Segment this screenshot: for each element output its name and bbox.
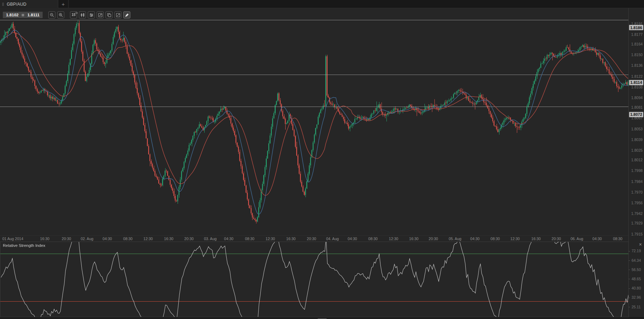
time-axis-label: 12:30 — [144, 237, 153, 241]
time-axis-label: 20:30 — [307, 237, 316, 241]
price-axis-label: 1.7956 — [631, 201, 643, 205]
candlestick-chart-icon — [80, 13, 85, 17]
tab-title: GBP/AUD — [7, 2, 26, 7]
rsi-axis-tickmark — [629, 279, 630, 279]
trading-app-window: GBP/AUD + 1.8102 1.8111 — [0, 0, 644, 319]
price-axis-label: 1.8094 — [631, 96, 643, 100]
time-axis-label: 04:30 — [224, 237, 233, 241]
price-axis-label: 1.8150 — [631, 53, 643, 57]
edit-annotations-button[interactable] — [114, 11, 121, 18]
price-level-badge: 1.8114 — [629, 80, 643, 85]
price-axis-label: 1.7970 — [631, 190, 643, 194]
rsi-axis-label: 32.96 — [632, 295, 641, 299]
time-axis-label: 16:30 — [286, 237, 296, 241]
rsi-axis-tickmark — [629, 251, 630, 252]
time-axis-label: 06. Aug — [570, 237, 583, 241]
price-axis-label: 1.8108 — [631, 85, 643, 89]
zoom-in-icon — [59, 13, 63, 17]
rsi-axis-tickmark — [629, 260, 630, 261]
price-axis-label: 1.8039 — [631, 137, 643, 142]
copy-icon — [107, 13, 112, 17]
tab-bar-empty-space — [69, 0, 644, 8]
price-axis-label: 1.7929 — [631, 221, 643, 225]
rsi-title: Relative Strength Index — [3, 243, 45, 248]
time-axis-label: 12:30 — [266, 237, 275, 241]
timeframe-button[interactable]: 15 — [70, 11, 77, 18]
timeframe-label: 15 — [72, 13, 76, 17]
price-level-badge: 1.8186 — [629, 25, 643, 30]
time-axis-label: 04:30 — [348, 237, 357, 241]
new-tab-button[interactable]: + — [58, 0, 69, 8]
bid-ask-display: 1.8102 1.8111 — [3, 12, 43, 18]
time-axis-label: 08:30 — [368, 237, 378, 241]
price-axis-label: 1.8122 — [631, 74, 643, 79]
price-axis-label: 1.7942 — [631, 211, 643, 216]
chart-mode-button[interactable] — [97, 11, 104, 18]
indicators-button[interactable] — [88, 11, 95, 18]
rsi-axis-label: 48.65 — [632, 277, 641, 281]
ask-price: 1.8111 — [27, 13, 39, 17]
time-axis-label: 20:30 — [429, 237, 438, 241]
price-axis-label: 1.7984 — [631, 179, 643, 184]
edit-pencil-icon — [116, 13, 120, 17]
time-axis-label: 01 Aug 2014 — [2, 237, 23, 241]
time-axis-label: 05. Aug — [449, 237, 461, 241]
time-axis-label: 08:30 — [613, 237, 622, 241]
price-axis[interactable]: 1.81911.81771.81641.81501.81361.81221.81… — [628, 8, 644, 242]
chart-window-arrow-icon — [98, 13, 103, 17]
time-axis[interactable]: 01 Aug 201416:3020:3002. Aug04:3008:3012… — [0, 236, 629, 242]
time-axis-label: 04:30 — [592, 237, 602, 241]
time-axis-label: 04:30 — [470, 237, 480, 241]
draw-marker-button[interactable] — [123, 11, 130, 18]
time-axis-label: 16:30 — [409, 237, 418, 241]
copy-chart-button[interactable] — [105, 11, 113, 18]
time-axis-label: 20:30 — [552, 237, 561, 241]
spread-separator-icon — [22, 14, 24, 16]
time-axis-label: 16:30 — [531, 237, 541, 241]
bid-price: 1.8102 — [6, 13, 18, 17]
rsi-axis-label: 56.50 — [632, 267, 641, 272]
rsi-axis-tickmark — [629, 288, 630, 289]
price-axis-label: 1.8177 — [631, 32, 643, 37]
rsi-value-axis[interactable]: × 72.1964.3456.5048.6540.8032.9625.11 — [629, 242, 644, 317]
time-axis-label: 08:30 — [491, 237, 500, 241]
time-axis-label: 12:30 — [510, 237, 520, 241]
tab-drag-handle-icon[interactable] — [2, 2, 4, 6]
main-chart-region: 1.8102 1.8111 15 — [0, 8, 644, 242]
time-axis-label: 08:30 — [123, 237, 132, 241]
time-axis-label: 16:30 — [40, 237, 49, 241]
zoom-in-button[interactable] — [57, 11, 64, 18]
zoom-out-button[interactable] — [48, 11, 55, 18]
rsi-axis-tickmark — [629, 307, 630, 307]
price-axis-label: 1.7915 — [631, 232, 643, 236]
candlestick-canvas[interactable] — [0, 8, 629, 236]
rsi-canvas[interactable] — [0, 242, 628, 317]
time-axis-label: 16:30 — [164, 237, 173, 241]
rsi-plot[interactable]: Relative Strength Index — [0, 242, 629, 317]
rsi-axis-tickmark — [629, 298, 630, 298]
rsi-axis-label: 72.19 — [632, 249, 641, 253]
price-axis-label: 1.8012 — [631, 158, 643, 162]
timeframe-dropdown-icon — [76, 12, 77, 14]
bottom-resize-strip — [0, 317, 644, 319]
zoom-out-icon — [50, 13, 54, 17]
time-axis-label: 04. Aug — [326, 237, 339, 241]
rsi-axis-label: 40.80 — [632, 286, 641, 290]
rsi-axis-label: 64.34 — [632, 258, 641, 263]
time-axis-label: 04:30 — [103, 237, 112, 241]
price-axis-label: 1.7998 — [631, 168, 643, 173]
time-axis-label: 20:30 — [184, 237, 194, 241]
chart-tab-bar: GBP/AUD + — [0, 0, 644, 8]
time-axis-label: 08:30 — [245, 237, 254, 241]
rsi-panel: Relative Strength Index × 72.1964.3456.5… — [0, 242, 644, 317]
price-axis-label: 1.8081 — [631, 105, 643, 109]
rsi-axis-label: 25.11 — [632, 305, 641, 309]
price-level-badge: 1.8072 — [629, 112, 643, 117]
tab-gbpaud[interactable]: GBP/AUD — [0, 0, 58, 8]
price-chart-plot[interactable]: 1.8102 1.8111 15 — [0, 8, 629, 236]
time-axis-label: 12:30 — [389, 237, 398, 241]
indicator-settings-icon — [89, 13, 94, 17]
price-axis-label: 1.8025 — [631, 148, 643, 152]
rsi-close-button[interactable]: × — [639, 242, 642, 247]
chart-type-button[interactable] — [79, 11, 86, 18]
